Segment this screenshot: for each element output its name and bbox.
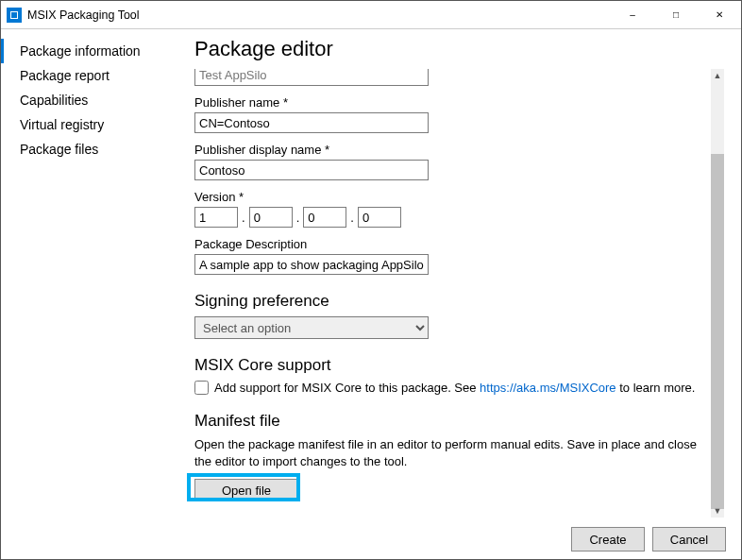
sidebar: Package information Package report Capab… xyxy=(1,29,176,520)
sidebar-item-virtual-registry[interactable]: Virtual registry xyxy=(1,112,176,137)
scrollbar-thumb[interactable] xyxy=(711,154,724,509)
manifest-heading: Manifest file xyxy=(194,412,709,431)
svg-rect-2 xyxy=(11,12,17,18)
version-major-input[interactable] xyxy=(194,207,238,228)
msix-core-label: Add support for MSIX Core to this packag… xyxy=(214,381,695,395)
version-minor-input[interactable] xyxy=(249,207,293,228)
publisher-name-input[interactable] xyxy=(194,112,429,133)
msix-core-heading: MSIX Core support xyxy=(194,356,709,375)
close-button[interactable]: ✕ xyxy=(698,1,741,29)
publisher-display-label: Publisher display name * xyxy=(194,143,709,157)
sidebar-item-package-report[interactable]: Package report xyxy=(1,63,176,88)
msix-core-link[interactable]: https://aka.ms/MSIXCore xyxy=(480,381,616,395)
manifest-desc: Open the package manifest file in an edi… xyxy=(194,436,704,469)
package-desc-label: Package Description xyxy=(194,237,709,251)
signing-select[interactable]: Select an option xyxy=(194,316,429,339)
version-build-input[interactable] xyxy=(303,207,346,228)
version-rev-input[interactable] xyxy=(358,207,401,228)
sidebar-item-package-information[interactable]: Package information xyxy=(1,39,176,63)
footer: Create Cancel xyxy=(1,519,741,559)
publisher-display-input[interactable] xyxy=(194,160,429,180)
signing-heading: Signing preference xyxy=(194,292,709,311)
scrollbar-down-arrow[interactable]: ▼ xyxy=(711,504,724,518)
version-label: Version * xyxy=(194,190,709,204)
titlebar: MSIX Packaging Tool – □ ✕ xyxy=(1,1,741,29)
msix-core-checkbox[interactable] xyxy=(194,381,209,395)
cancel-button[interactable]: Cancel xyxy=(652,527,726,552)
minimize-button[interactable]: – xyxy=(611,1,654,29)
window-title: MSIX Packaging Tool xyxy=(27,8,140,22)
publisher-name-label: Publisher name * xyxy=(194,95,709,110)
main-panel: Package editor Test AppSilo Publisher na… xyxy=(176,29,741,520)
sidebar-item-capabilities[interactable]: Capabilities xyxy=(1,88,176,112)
sidebar-item-package-files[interactable]: Package files xyxy=(1,137,176,161)
open-file-button[interactable]: Open file xyxy=(194,479,298,501)
package-desc-input[interactable] xyxy=(194,254,429,275)
create-button[interactable]: Create xyxy=(571,527,645,552)
maximize-button[interactable]: □ xyxy=(654,1,698,29)
form-scroll-region: Test AppSilo Publisher name * Publisher … xyxy=(194,69,724,518)
truncated-field[interactable]: Test AppSilo xyxy=(194,69,429,86)
app-icon xyxy=(7,8,22,23)
scrollbar-up-arrow[interactable]: ▲ xyxy=(711,69,724,82)
page-heading: Package editor xyxy=(194,37,724,61)
